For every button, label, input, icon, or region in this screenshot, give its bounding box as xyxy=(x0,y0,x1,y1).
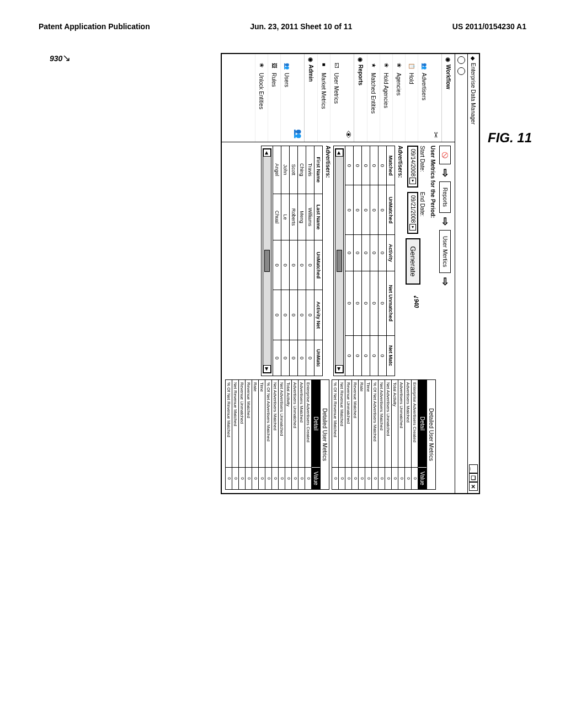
metric-label: Enterprise Advertisers Created xyxy=(305,380,311,467)
detailed-user-metrics-panel-2: Detailed User Metrics Detail Value Enter… xyxy=(225,379,329,490)
nav-back-icon[interactable] xyxy=(457,56,465,64)
breadcrumb-reports[interactable]: Reports xyxy=(440,181,451,213)
nav-stop-icon[interactable] xyxy=(457,67,465,75)
col-net-matc[interactable]: Net Matc xyxy=(387,336,395,376)
sidebar-item-label: Rules xyxy=(271,73,278,87)
metric-value: 0 xyxy=(332,467,338,489)
breadcrumb-arrow-icon: ⇨ xyxy=(439,217,451,226)
table-row[interactable]: 00000 xyxy=(379,146,387,376)
metric-row: Revenue Matched0 xyxy=(352,380,359,489)
scroll-thumb[interactable] xyxy=(264,250,270,272)
horizontal-scrollbar[interactable]: ◀ ▶ xyxy=(335,148,344,373)
sidebar-item-hold[interactable]: 📋 Hold xyxy=(405,54,418,142)
table-row[interactable]: TravisWilliams000 xyxy=(306,146,315,376)
col-activity[interactable]: Activity xyxy=(387,235,395,271)
sidebar-item-label: Market Metrics xyxy=(321,73,327,109)
col-unmatched[interactable]: UnMatched xyxy=(315,240,323,290)
people-icon: 👥 xyxy=(421,63,428,69)
metric-value: 0 xyxy=(412,467,418,489)
table-header-row: First Name Last Name UnMatched Activity … xyxy=(315,146,323,376)
sidebar-item-hold-agencies[interactable]: ❀ Hold Agencies xyxy=(380,54,392,142)
table-cell: 0 xyxy=(290,290,298,340)
table-row[interactable]: ChingMeng000 xyxy=(298,146,306,376)
breadcrumb-home-icon[interactable]: 🚫 xyxy=(440,146,451,164)
sidebar-item-matched-entities[interactable]: ★ Matched Entities xyxy=(367,54,380,142)
date-spin-icon[interactable]: ▸ xyxy=(410,224,417,231)
metric-value: 0 xyxy=(392,467,398,489)
breadcrumb-user-metrics[interactable]: User Mertics xyxy=(440,230,451,273)
end-date-value: 09/21/2008 xyxy=(410,195,416,223)
table-row[interactable]: 00000 xyxy=(354,146,362,376)
table-row[interactable]: JohnLe000 xyxy=(281,146,290,376)
table-cell: 0 xyxy=(281,290,290,340)
sidebar-item-agencies[interactable]: ❀ Agencies xyxy=(392,54,405,142)
table-cell: Angel xyxy=(273,146,281,194)
metric-value: 0 xyxy=(359,467,365,489)
metric-value: 0 xyxy=(259,467,265,489)
reference-num-940: ↙940 xyxy=(414,295,420,308)
sidebar-item-advertisers[interactable]: 👥 Advertisers xyxy=(418,54,430,142)
star-icon: ★ xyxy=(370,63,377,69)
metrics-col-value: Value xyxy=(418,467,427,489)
advertisers-table-title-2: Advertisers: xyxy=(325,146,331,376)
restore-button[interactable]: ❐ xyxy=(469,473,478,482)
table-cell: 0 xyxy=(298,340,306,376)
col-matched[interactable]: Matched xyxy=(387,146,395,185)
table-row[interactable]: 00000 xyxy=(362,146,370,376)
metric-label: Advertisers Unmatched xyxy=(292,380,298,467)
sidebar-group-admin[interactable]: ◉ Admin xyxy=(304,54,317,142)
metric-row: Total Activity0 xyxy=(392,380,398,489)
scroll-left-icon[interactable]: ◀ xyxy=(263,149,271,157)
scroll-right-icon[interactable]: ▶ xyxy=(263,365,271,373)
table-row[interactable]: ScottRoberts000 xyxy=(290,146,298,376)
sidebar-item-label: User Metrics xyxy=(334,73,340,104)
table-cell: 0 xyxy=(290,240,298,290)
minimize-button[interactable]: _ xyxy=(469,464,478,473)
sidebar-group-reports[interactable]: ◉ Reports xyxy=(354,54,367,142)
col-first-name[interactable]: First Name xyxy=(315,146,323,194)
metric-row: Revenue Unmatched0 xyxy=(239,380,246,489)
table-row[interactable]: AngelChual000 xyxy=(273,146,281,376)
flower-icon: ❀ xyxy=(383,63,390,69)
scroll-left-icon[interactable]: ◀ xyxy=(335,149,343,157)
metric-label: Advertisers Unmatched xyxy=(398,380,404,467)
clipboard-icon: 📋 xyxy=(408,63,415,69)
sidebar-item-market-metrics[interactable]: ■ Market Metrics xyxy=(317,54,330,142)
sidebar-group-workflow[interactable]: ◉ Workflow xyxy=(441,54,455,142)
col-net-unmatched[interactable]: Net Unmatched xyxy=(387,271,395,336)
system-toolbar xyxy=(455,54,467,493)
start-date-input[interactable]: 09/14/2008 ▸ xyxy=(408,146,419,188)
table-row[interactable]: 00000 xyxy=(370,146,379,376)
scroll-right-icon[interactable]: ▶ xyxy=(335,365,343,373)
sidebar-item-users[interactable]: 👥 Users xyxy=(280,54,293,142)
table-row[interactable]: 00000 xyxy=(345,146,354,376)
horizontal-scrollbar[interactable]: ◀ ▶ xyxy=(263,148,271,373)
metric-row: Net Advertisers Matched0 xyxy=(379,380,385,489)
col-unmatc[interactable]: UnMatc xyxy=(315,340,323,376)
metric-label: Revenue Unmatched xyxy=(345,380,351,467)
table-cell: 0 xyxy=(354,235,362,271)
sidebar-item-unlock-entities[interactable]: ❀ Unlock Entities xyxy=(255,54,268,142)
col-unmatched[interactable]: UnMatched xyxy=(387,185,395,235)
scroll-thumb[interactable] xyxy=(337,250,342,272)
table-cell: 0 xyxy=(306,240,315,290)
sidebar-item-label: Unlock Entities xyxy=(259,73,265,109)
metric-label: Revenue Unmatched xyxy=(239,380,245,467)
sidebar-item-rules[interactable]: 🖼 Rules xyxy=(268,54,280,142)
end-date-input[interactable]: 09/21/2008 ▸ xyxy=(408,192,419,234)
generate-button[interactable]: Generate xyxy=(406,238,420,285)
col-activity-net[interactable]: Activity Net xyxy=(315,290,323,340)
metric-label: % Of Net Revenue Matched xyxy=(332,380,338,467)
metric-label: Net Advertisers Matched xyxy=(379,380,385,467)
table-cell: 0 xyxy=(362,235,370,271)
metric-value: 0 xyxy=(379,467,385,489)
col-last-name[interactable]: Last Name xyxy=(315,194,323,240)
close-button[interactable]: ✕ xyxy=(469,482,478,491)
sidebar-item-label: Users xyxy=(284,73,290,87)
table-cell: 0 xyxy=(354,271,362,336)
table-cell: 0 xyxy=(273,340,281,376)
metric-row: % Of Net Revenue Matched0 xyxy=(226,380,232,489)
table-cell: 0 xyxy=(379,185,387,235)
sidebar-item-user-metrics[interactable]: 🗠 User Metrics xyxy=(330,54,343,142)
date-spin-icon[interactable]: ▸ xyxy=(410,178,417,184)
